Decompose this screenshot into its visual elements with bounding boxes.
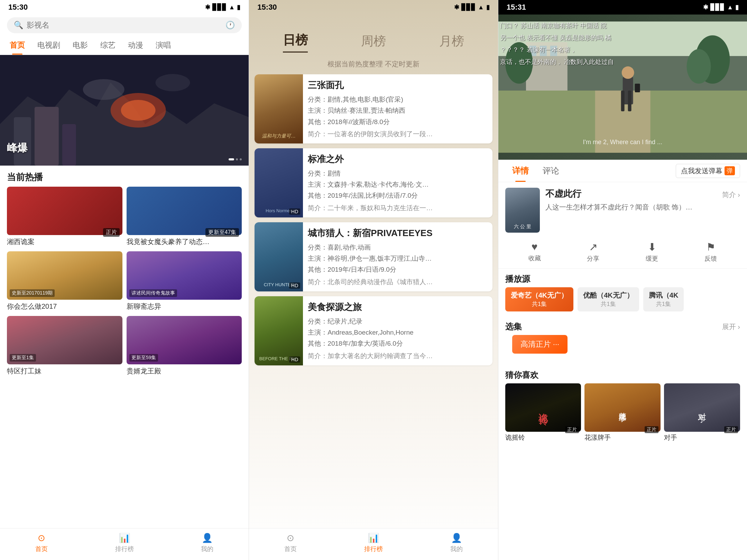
- hd-badge-4: HD: [289, 356, 300, 363]
- history-icon[interactable]: 🕐: [225, 21, 235, 30]
- tab-comments[interactable]: 评论: [536, 160, 566, 182]
- source-count-tencent: 共1集: [649, 300, 679, 308]
- wifi-icon-3: ▲: [727, 4, 733, 11]
- profile-label-2: 我的: [450, 545, 463, 553]
- action-collect[interactable]: ♥ 收藏: [528, 241, 541, 263]
- rank-tabs: 日榜 周榜 月榜: [249, 15, 498, 59]
- action-feedback[interactable]: ⚑ 反馈: [704, 241, 717, 263]
- item-title-6: 贵婿龙王殿: [127, 364, 242, 376]
- movie-other-2: 其他：2019年/法国,比利时/法语/7.0分: [308, 190, 487, 201]
- list-item[interactable]: 史新至20170119期 你会怎么做2017: [7, 251, 122, 312]
- episode-section-title: 选集: [505, 321, 522, 332]
- svg-point-7: [83, 79, 124, 100]
- list-item[interactable]: BEFORE THE PL... HD 美食探源之旅 分类：纪录片,纪录 主演：…: [255, 296, 492, 365]
- danmu-send-button[interactable]: 点我发送弹幕 弹: [676, 164, 740, 178]
- banner-art: [0, 55, 249, 166]
- search-input[interactable]: [27, 21, 222, 30]
- list-item[interactable]: 对手 正片 对手: [664, 383, 740, 443]
- tab-movie[interactable]: 电影: [66, 36, 94, 55]
- status-bar-3: 15:31 ✱ ▊▊▊ ▲ ▮: [498, 0, 747, 15]
- home-label-2: 首页: [284, 545, 297, 553]
- source-section-header: 播放源: [498, 269, 747, 287]
- list-item[interactable]: 正片 湘西诡案: [7, 187, 122, 247]
- recommend-section-title: 猜你喜欢: [505, 370, 538, 381]
- status-icons-1: ✱ ▊▊▊ ▲ ▮: [205, 3, 241, 11]
- hot-grid: 正片 湘西诡案 更新至47集 我竟被女魔头豢养了动态… 史新至20170119期…: [0, 187, 249, 376]
- danmu-count-badge: 弹: [725, 166, 735, 175]
- bottom-nav-ranking[interactable]: 📊 排行榜: [83, 533, 166, 553]
- rec-title-2: 花漾牌手: [584, 432, 661, 443]
- search-bar[interactable]: 🔍 🕐: [7, 17, 242, 33]
- tab-daily[interactable]: 日榜: [283, 32, 308, 53]
- status-icons-2: ✱ ▊▊▊ ▲ ▮: [454, 3, 490, 11]
- battery-icon: ▮: [237, 3, 240, 11]
- hero-banner[interactable]: 峰爆: [0, 55, 249, 166]
- tab-monthly[interactable]: 月榜: [439, 33, 464, 53]
- share-label: 分享: [587, 254, 599, 263]
- list-item[interactable]: 讲述民间传奇鬼故事 新聊斋志异: [127, 251, 242, 312]
- tab-tv[interactable]: 电视剧: [31, 36, 66, 55]
- action-download[interactable]: ⬇ 缓更: [646, 241, 658, 263]
- video-player[interactable]: 门口？ 苏山话 南京咖有茶叶 中国话 院 另一个也 表示看不懂 吴磊是隐形的吗 …: [498, 15, 747, 160]
- tab-concert[interactable]: 演唱: [149, 36, 177, 55]
- danmu-line-4: 京话，也不是外南的， 冶数到入此处过自: [500, 58, 614, 66]
- svg-rect-3: [35, 107, 59, 166]
- bluetooth-icon-3: ✱: [703, 3, 708, 11]
- movie-category-2: 分类：剧情: [308, 168, 487, 179]
- source-name-youku: 优酷（4K无广）: [583, 291, 634, 300]
- item-title-5: 特区打工妹: [7, 364, 122, 376]
- source-section-title: 播放源: [505, 273, 530, 284]
- list-item[interactable]: CITY HUNTER HD 城市猎人：新宿PRIVATEEYES 分类：喜剧,…: [255, 222, 492, 291]
- movie-other-1: 其他：2018年//波斯语/8.0分: [308, 116, 487, 128]
- source-tencent[interactable]: 腾讯（4K 共1集: [643, 287, 684, 311]
- tab-weekly[interactable]: 周榜: [361, 33, 386, 53]
- source-count-youku: 共1集: [583, 300, 634, 308]
- episode-button[interactable]: 高清正片 ···: [512, 335, 568, 354]
- source-youqi[interactable]: 爱奇艺（4K无广） 共1集: [505, 287, 574, 311]
- dot-1: [229, 158, 234, 160]
- list-item[interactable]: 更新至59集 贵婿龙王殿: [127, 316, 242, 376]
- tab-home[interactable]: 首页: [3, 36, 31, 55]
- badge-2: 更新至47集: [205, 228, 239, 237]
- list-item[interactable]: 温和与力量可… 三张面孔 分类：剧情,其他,电影,电影(官采) 主演：贝纳丝·赛…: [255, 74, 492, 143]
- source-count-youqi: 共1集: [511, 300, 568, 308]
- bottom-nav-profile-2[interactable]: 👤 我的: [415, 533, 498, 553]
- list-item[interactable]: 更新至47集 我竟被女魔头豢养了动态…: [127, 187, 242, 247]
- tab-detail[interactable]: 详情: [505, 160, 536, 182]
- tab-anime[interactable]: 动漫: [122, 36, 149, 55]
- source-name-youqi: 爱奇艺（4K无广）: [511, 291, 568, 300]
- search-icon: 🔍: [14, 21, 23, 30]
- movie-title-3: 城市猎人：新宿PRIVATEEYES: [308, 227, 487, 239]
- home-label: 首页: [35, 545, 48, 553]
- wifi-icon-2: ▲: [478, 4, 484, 11]
- source-name-tencent: 腾讯（4K: [649, 291, 679, 300]
- movie-other-4: 其他：2018年/加拿大/英语/6.0分: [308, 338, 487, 349]
- svg-rect-4: [62, 124, 76, 166]
- rec-badge-1: 正片: [565, 426, 579, 433]
- detail-tabs: 详情 评论 点我发送弹幕 弹: [498, 160, 747, 182]
- action-share[interactable]: ↗ 分享: [587, 241, 599, 263]
- bottom-nav-ranking-2[interactable]: 📊 排行榜: [332, 533, 415, 553]
- home-icon-2: ⊙: [287, 533, 294, 543]
- list-item[interactable]: 更新至1集 特区打工妹: [7, 316, 122, 376]
- danmu-btn-label: 点我发送弹幕: [681, 166, 722, 176]
- profile-icon: 👤: [202, 533, 213, 543]
- movie-cast-1: 主演：贝纳丝·赛法里,贾法·帕纳西: [308, 105, 487, 116]
- movie-other-3: 其他：2019年/日本/日语/9.0分: [308, 264, 487, 275]
- tab-variety[interactable]: 综艺: [94, 36, 122, 55]
- list-item[interactable]: 花漾牌手 正片 花漾牌手: [584, 383, 661, 443]
- list-item[interactable]: 诡摇铃 正片 诡摇铃: [505, 383, 581, 443]
- episode-expand-link[interactable]: 展开 ›: [722, 322, 740, 332]
- list-item[interactable]: Hors Normes HD 标准之外 分类：剧情 主演：文森持·卡索,勒达·卡…: [255, 148, 492, 217]
- rank-list: 温和与力量可… 三张面孔 分类：剧情,其他,电影,电影(官采) 主演：贝纳丝·赛…: [249, 74, 498, 528]
- source-youku[interactable]: 优酷（4K无广） 共1集: [578, 287, 639, 311]
- intro-link[interactable]: 简介 ›: [722, 190, 740, 199]
- item-title-3: 你会怎么做2017: [7, 300, 122, 312]
- movie-poster-small: 六 公 里: [505, 188, 540, 233]
- svg-rect-24: [628, 91, 631, 111]
- panel-ranking: 15:30 ✱ ▊▊▊ ▲ ▮ 日榜 周榜 月榜 根据当前热度整理 不定时更新 …: [249, 0, 498, 560]
- status-bar-2: 15:30 ✱ ▊▊▊ ▲ ▮: [249, 0, 498, 15]
- bottom-nav-home-2[interactable]: ⊙ 首页: [249, 533, 332, 553]
- bottom-nav-profile[interactable]: 👤 我的: [166, 533, 249, 553]
- bottom-nav-home[interactable]: ⊙ 首页: [0, 533, 83, 553]
